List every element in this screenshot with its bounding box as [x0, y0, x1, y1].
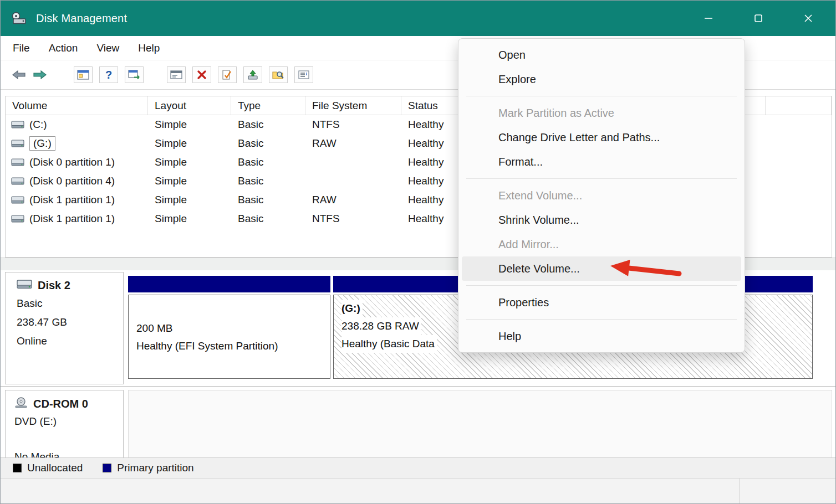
- rescan-disks-button[interactable]: [243, 66, 262, 83]
- disk-management-app-icon: [12, 12, 27, 25]
- cell-volume: (Disk 0 partition 4): [6, 172, 148, 191]
- show-console-tree-button[interactable]: [74, 66, 93, 83]
- menu-separator: [466, 96, 737, 96]
- menu-separator: [466, 319, 737, 320]
- delete-x-icon: [197, 70, 207, 80]
- status-bar: [1, 478, 835, 504]
- column-header-type[interactable]: Type: [231, 96, 305, 115]
- menu-item-help[interactable]: Help: [462, 324, 741, 348]
- menu-separator: [466, 285, 737, 286]
- drive-icon: [11, 215, 24, 223]
- cell-layout: Simple: [148, 153, 231, 172]
- forward-arrow-icon: [33, 69, 47, 80]
- partition-status: Healthy (EFI System Partition): [136, 337, 330, 355]
- legend-unallocated: Unallocated: [13, 462, 83, 474]
- cell-file-system: [305, 153, 401, 172]
- menu-view[interactable]: View: [96, 42, 119, 54]
- titlebar: Disk Management: [1, 1, 835, 36]
- help-button[interactable]: ?: [99, 66, 118, 83]
- primary-partition-swatch: [103, 464, 111, 472]
- export-list-button[interactable]: [125, 66, 144, 83]
- cdrom-media-status: No Media: [14, 450, 123, 457]
- drive-icon: [11, 121, 24, 128]
- partition-efi-system[interactable]: 200 MB Healthy (EFI System Partition): [128, 276, 330, 380]
- console-tree-icon: [77, 70, 89, 80]
- drive-icon: [11, 140, 24, 147]
- menu-separator: [466, 178, 737, 179]
- cell-type: Basic: [231, 209, 305, 228]
- cell-layout: Simple: [148, 172, 231, 191]
- disk-icon: [17, 279, 32, 292]
- delete-button[interactable]: [192, 66, 211, 83]
- cell-file-system: RAW: [305, 134, 401, 153]
- menu-item-change-drive-letter[interactable]: Change Drive Letter and Paths...: [462, 125, 741, 150]
- disk-2-info[interactable]: Disk 2 Basic 238.47 GB Online: [5, 272, 124, 384]
- status-bar-divider: [739, 479, 740, 504]
- check-document-icon: [222, 70, 233, 80]
- up-arrow-drive-icon: [247, 70, 258, 80]
- forward-button[interactable]: [29, 65, 50, 84]
- partition-status: Healthy (Basic Data: [341, 335, 437, 353]
- menu-file[interactable]: File: [13, 42, 30, 54]
- legend-label: Primary partition: [117, 462, 193, 474]
- cdrom-0-info[interactable]: CD-ROM 0 DVD (E:) No Media: [5, 390, 124, 457]
- back-arrow-icon: [12, 69, 26, 80]
- close-icon: [803, 13, 813, 23]
- cell-file-system: RAW: [305, 191, 401, 209]
- search-folder-icon: [272, 70, 284, 80]
- menu-item-format[interactable]: Format...: [462, 150, 741, 174]
- cdrom-type: DVD (E:): [14, 414, 123, 429]
- partition-color-band: [128, 276, 330, 292]
- search-button[interactable]: [269, 66, 288, 83]
- cell-volume: (Disk 1 partition 1): [6, 209, 148, 228]
- unallocated-swatch: [13, 464, 22, 472]
- drive-icon: [11, 196, 24, 204]
- disk-status: Online: [17, 334, 123, 348]
- cdrom-empty-area[interactable]: [128, 390, 832, 457]
- menu-action[interactable]: Action: [49, 42, 78, 54]
- maximize-button[interactable]: [733, 1, 783, 36]
- menu-item-mark-partition-active: Mark Partition as Active: [462, 101, 741, 125]
- column-header-volume[interactable]: Volume: [6, 96, 148, 115]
- menu-item-properties[interactable]: Properties: [462, 290, 741, 315]
- menu-item-explore[interactable]: Explore: [462, 67, 741, 91]
- cell-type: Basic: [231, 191, 305, 209]
- cell-layout: Simple: [148, 134, 231, 153]
- column-header-file-system[interactable]: File System: [305, 96, 401, 115]
- volume-context-menu: Open Explore Mark Partition as Active Ch…: [458, 38, 745, 353]
- cell-file-system: [305, 172, 401, 191]
- validate-button[interactable]: [218, 66, 237, 83]
- close-button[interactable]: [783, 1, 833, 36]
- cell-layout: Simple: [148, 191, 231, 209]
- cd-icon: [14, 397, 28, 411]
- drive-icon: [11, 158, 24, 166]
- menu-help[interactable]: Help: [138, 42, 160, 54]
- cell-type: Basic: [231, 134, 305, 153]
- menu-item-delete-volume[interactable]: Delete Volume...: [462, 256, 741, 281]
- partition-drive-letter: (G:): [341, 300, 363, 317]
- volume-label: (Disk 1 partition 1): [29, 194, 115, 206]
- cell-file-system: NTFS: [305, 209, 401, 228]
- volume-label: (Disk 0 partition 4): [29, 175, 115, 187]
- partition-body: 200 MB Healthy (EFI System Partition): [128, 295, 330, 379]
- volume-label: (Disk 0 partition 1): [29, 156, 115, 168]
- export-list-icon: [128, 70, 140, 80]
- column-header-layout[interactable]: Layout: [148, 96, 231, 115]
- menu-item-extend-volume: Extend Volume...: [462, 183, 741, 208]
- cell-file-system: NTFS: [305, 115, 401, 134]
- partition-size: 238.28 GB RAW: [341, 317, 421, 335]
- menu-item-open[interactable]: Open: [462, 43, 741, 67]
- cell-type: Basic: [231, 172, 305, 191]
- cell-volume: (G:): [6, 134, 148, 153]
- list-view-icon: [298, 70, 309, 79]
- legend-primary-partition: Primary partition: [103, 462, 193, 474]
- show-properties-button[interactable]: [167, 66, 186, 83]
- view-options-button[interactable]: [294, 66, 313, 83]
- menu-item-shrink-volume[interactable]: Shrink Volume...: [462, 208, 741, 232]
- volume-label: (Disk 1 partition 1): [29, 213, 115, 225]
- minimize-button[interactable]: [684, 1, 733, 36]
- help-icon: ?: [105, 69, 112, 80]
- back-button[interactable]: [8, 65, 29, 84]
- cell-volume: (Disk 0 partition 1): [6, 153, 148, 172]
- legend-label: Unallocated: [27, 462, 83, 474]
